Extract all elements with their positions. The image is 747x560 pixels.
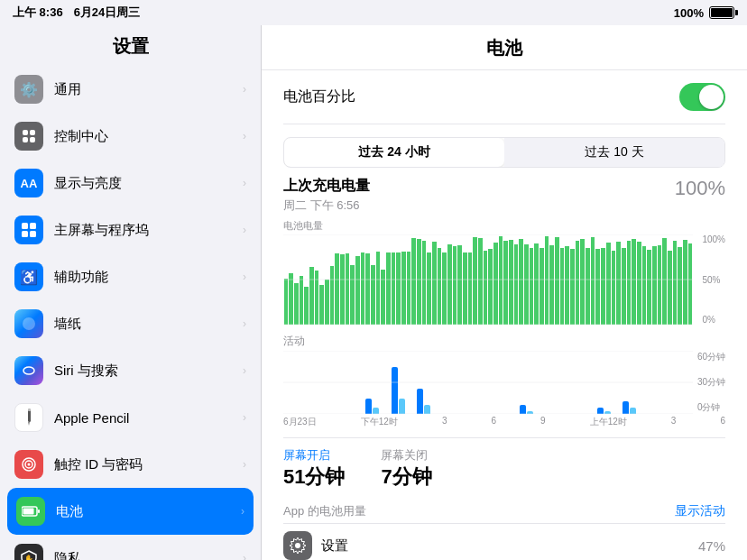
battery-bar — [304, 287, 309, 325]
sidebar-label: Apple Pencil — [54, 410, 243, 426]
battery-bar — [478, 238, 483, 325]
battery-bar — [627, 241, 632, 325]
svg-rect-6 — [22, 231, 28, 237]
sidebar-label: 显示与亮度 — [54, 175, 243, 192]
battery-bar — [453, 246, 457, 325]
activity-bar-group — [386, 367, 410, 415]
battery-bar — [315, 271, 319, 325]
battery-bar — [473, 237, 477, 325]
battery-bar — [524, 244, 529, 325]
battery-bar — [407, 252, 411, 325]
sidebar-label: 墙纸 — [54, 316, 243, 333]
tab-10d[interactable]: 过去 10 天 — [504, 138, 724, 167]
charge-title: 上次充电电量 — [283, 177, 370, 196]
battery-bar — [519, 239, 523, 325]
battery-bar — [652, 246, 657, 325]
svg-rect-4 — [22, 223, 28, 229]
sidebar-item-battery[interactable]: 电池 › — [7, 488, 254, 535]
chevron-icon: › — [243, 552, 246, 560]
tab-24h[interactable]: 过去 24 小时 — [284, 138, 504, 167]
chevron-icon: › — [243, 83, 246, 96]
sidebar-item-apple-pencil[interactable]: Apple Pencil › — [0, 394, 261, 441]
svg-text:✋: ✋ — [24, 554, 33, 560]
screen-on-bar — [622, 401, 629, 414]
tabs-row: 过去 24 小时 过去 10 天 — [283, 137, 725, 168]
battery-icon — [709, 6, 734, 19]
sidebar-item-siri[interactable]: Siri 与搜索 › — [0, 347, 261, 394]
svg-rect-3 — [30, 137, 35, 142]
battery-bar — [647, 250, 651, 325]
battery-bar — [534, 243, 539, 325]
battery-bar — [642, 246, 647, 325]
svg-rect-17 — [23, 509, 34, 515]
screen-on-bar — [365, 399, 372, 415]
battery-bar — [555, 237, 559, 325]
battery-bar — [484, 251, 488, 325]
sidebar-item-privacy[interactable]: ✋ 隐私 › — [0, 535, 261, 560]
content-title: 电池 — [262, 25, 747, 70]
chevron-icon: › — [243, 130, 246, 142]
apple-pencil-icon — [14, 403, 43, 432]
sidebar-item-display[interactable]: AA 显示与亮度 › — [0, 160, 261, 207]
battery-bar — [346, 253, 350, 325]
sidebar-item-control-center[interactable]: 控制中心 › — [0, 113, 261, 160]
sidebar-label: 触控 ID 与密码 — [54, 456, 243, 473]
svg-marker-11 — [28, 422, 30, 426]
activity-bar-group — [592, 408, 616, 414]
battery-bar — [411, 238, 416, 325]
battery-percentage-toggle[interactable] — [679, 83, 725, 111]
sidebar-label-battery: 电池 — [56, 503, 241, 520]
show-activity-button[interactable]: 显示活动 — [675, 503, 725, 519]
settings-app-icon — [283, 531, 312, 560]
chevron-icon: › — [243, 411, 246, 424]
battery-bar — [432, 242, 437, 325]
battery-bar — [463, 252, 467, 325]
battery-bar — [381, 270, 385, 325]
svg-rect-7 — [30, 231, 36, 237]
sidebar-item-general[interactable]: ⚙️ 通用 › — [0, 66, 261, 113]
screen-off-bar — [399, 399, 405, 415]
status-left: 上午 8:36 6月24日周三 — [13, 5, 140, 21]
control-center-icon — [14, 122, 43, 151]
sidebar: 设置 ⚙️ 通用 › 控制中心 › AA 显示与亮度 › — [0, 25, 262, 560]
battery-bar — [447, 244, 452, 325]
battery-bar — [392, 252, 396, 325]
activity-section: 活动 60分钟 30分钟 0分钟 — [283, 334, 725, 428]
battery-bar — [595, 249, 600, 325]
privacy-icon: ✋ — [14, 544, 43, 560]
activity-bar-group — [618, 401, 642, 414]
battery-bar — [284, 279, 289, 325]
battery-bar — [530, 248, 534, 325]
time: 上午 8:36 — [13, 5, 63, 21]
battery-bar — [637, 242, 641, 325]
screen-on-bar — [417, 389, 423, 414]
battery-bar — [319, 285, 324, 325]
battery-percentage-label: 电池百分比 — [283, 87, 355, 106]
charge-percent: 100% — [675, 177, 725, 200]
home-screen-icon — [14, 216, 43, 244]
chevron-icon: › — [243, 224, 246, 236]
sidebar-label: 通用 — [54, 81, 243, 98]
sidebar-item-accessibility[interactable]: ♿ 辅助功能 › — [0, 253, 261, 300]
battery-bar — [417, 239, 421, 325]
chevron-icon: › — [243, 177, 246, 189]
battery-bar — [586, 248, 590, 325]
battery-bar — [335, 253, 339, 325]
svg-rect-1 — [30, 130, 35, 135]
screen-on-bar — [520, 405, 526, 415]
sidebar-item-wallpaper[interactable]: 墙纸 › — [0, 300, 261, 347]
screen-off-bar — [373, 408, 379, 414]
battery-bar — [503, 241, 508, 325]
battery-bar — [401, 252, 406, 325]
svg-rect-12 — [28, 409, 31, 411]
activity-bar-group — [412, 389, 437, 414]
battery-bar — [355, 256, 360, 325]
sidebar-item-touch-id[interactable]: 触控 ID 与密码 › — [0, 441, 261, 488]
main-layout: 设置 ⚙️ 通用 › 控制中心 › AA 显示与亮度 › — [0, 25, 747, 560]
battery-bar — [570, 249, 575, 325]
sidebar-item-home-screen[interactable]: 主屏幕与程序坞 › — [0, 207, 261, 253]
display-icon: AA — [14, 169, 43, 197]
activity-y-axis: 60分钟 30分钟 0分钟 — [697, 351, 725, 414]
battery-bar — [493, 243, 498, 325]
chart-y-axis: 100% 50% 0% — [702, 234, 725, 325]
